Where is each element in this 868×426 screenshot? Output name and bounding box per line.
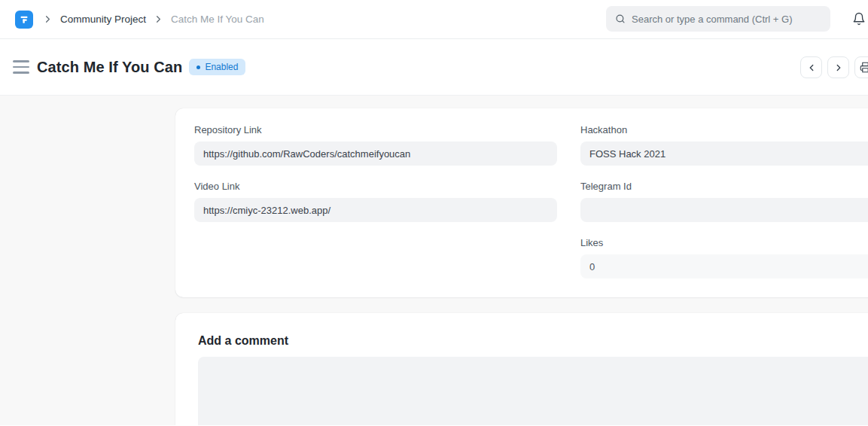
field-telegram-id: Telegram Id <box>580 181 868 222</box>
hackathon-label: Hackathon <box>580 124 868 135</box>
frappe-logo[interactable] <box>15 11 33 29</box>
notifications-button[interactable] <box>850 10 868 28</box>
field-repository-link: Repository Link <box>194 124 557 166</box>
printer-icon <box>860 62 868 73</box>
form-section: Repository Link Video Link Hackathon Tel <box>175 108 868 297</box>
video-link-label: Video Link <box>194 181 557 192</box>
breadcrumb-item-current: Catch Me If You Can <box>171 14 264 25</box>
telegram-id-label: Telegram Id <box>580 181 868 192</box>
comment-heading: Add a comment <box>198 334 868 348</box>
breadcrumb-item-community-project[interactable]: Community Project <box>60 14 146 25</box>
status-badge: Enabled <box>189 59 245 75</box>
form-column-right: Hackathon Telegram Id Likes <box>580 124 868 294</box>
layout-main: Repository Link Video Link Hackathon Tel <box>175 96 868 425</box>
navbar: Community Project Catch Me If You Can <box>0 0 868 39</box>
hamburger-icon <box>13 60 29 62</box>
field-likes: Likes <box>580 237 868 278</box>
status-dot-icon <box>196 65 200 69</box>
repository-link-label: Repository Link <box>194 124 557 135</box>
likes-input[interactable] <box>580 254 868 278</box>
previous-document-button[interactable] <box>800 56 822 78</box>
form-column-left: Repository Link Video Link <box>194 124 557 294</box>
chevron-right-icon <box>42 14 53 25</box>
bell-icon <box>852 12 866 26</box>
status-badge-label: Enabled <box>205 62 238 72</box>
likes-label: Likes <box>580 237 868 248</box>
print-button[interactable] <box>854 56 868 78</box>
chevron-right-icon <box>153 14 164 25</box>
frappe-logo-icon <box>19 14 29 25</box>
app-window: Community Project Catch Me If You Can <box>0 0 868 425</box>
field-hackathon: Hackathon <box>580 124 868 166</box>
chevron-left-icon <box>806 62 817 73</box>
breadcrumb: Community Project Catch Me If You Can <box>42 14 264 25</box>
field-video-link: Video Link <box>194 181 557 222</box>
next-document-button[interactable] <box>827 56 849 78</box>
search-input[interactable] <box>632 14 812 25</box>
search-icon <box>615 14 626 24</box>
page-head: Catch Me If You Can Enabled <box>0 39 868 96</box>
comment-input[interactable] <box>198 357 868 425</box>
sidebar-toggle-button[interactable] <box>13 60 29 74</box>
hackathon-input[interactable] <box>580 141 868 166</box>
page-body: Repository Link Video Link Hackathon Tel <box>0 96 868 425</box>
global-search[interactable] <box>606 6 830 32</box>
video-link-input[interactable] <box>194 198 557 222</box>
telegram-id-input[interactable] <box>580 198 868 222</box>
repository-link-input[interactable] <box>194 141 557 166</box>
chevron-right-icon <box>833 62 844 73</box>
comment-section: Add a comment <box>175 313 868 425</box>
page-title: Catch Me If You Can <box>37 59 182 76</box>
